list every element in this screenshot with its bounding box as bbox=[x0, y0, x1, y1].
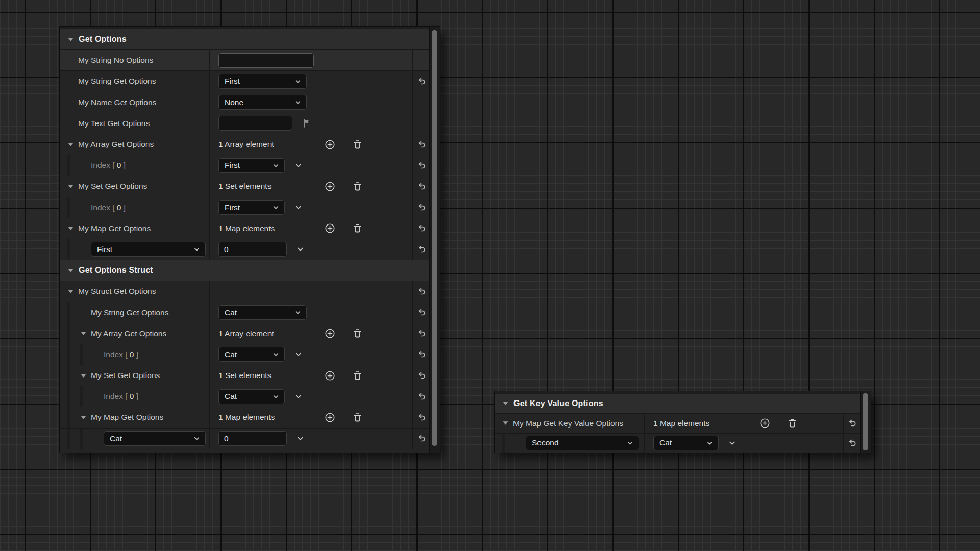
add-element-button[interactable] bbox=[324, 139, 336, 151]
reset-to-default-button[interactable] bbox=[847, 438, 857, 448]
map-key-dropdown[interactable]: Cat bbox=[104, 431, 206, 446]
add-element-button[interactable] bbox=[324, 412, 336, 423]
property-name-cell: Second bbox=[495, 434, 644, 453]
category-header[interactable]: Get Options Struct bbox=[60, 260, 429, 281]
enum-dropdown[interactable]: First bbox=[218, 200, 285, 215]
property-label: My Array Get Options bbox=[78, 140, 154, 149]
dropdown-selected-value: First bbox=[225, 77, 240, 86]
reset-cell bbox=[412, 407, 429, 428]
add-element-button[interactable] bbox=[324, 328, 336, 339]
property-value-cell: 1 Map elements bbox=[644, 414, 843, 433]
category-expander-icon[interactable] bbox=[502, 399, 509, 407]
text-input[interactable] bbox=[218, 242, 287, 257]
reset-to-default-button[interactable] bbox=[847, 418, 857, 429]
localization-flag-icon[interactable] bbox=[301, 118, 312, 129]
reset-to-default-button[interactable] bbox=[416, 433, 427, 444]
property-row: Index [ 0 ]Cat bbox=[60, 386, 429, 407]
reset-to-default-button[interactable] bbox=[416, 307, 427, 318]
details-panel-body: Get Key Value OptionsMy Map Get Key Valu… bbox=[495, 391, 860, 453]
element-options-button[interactable] bbox=[296, 244, 305, 254]
expander-icon[interactable] bbox=[67, 288, 75, 295]
text-input[interactable] bbox=[218, 116, 292, 131]
chevron-down-icon bbox=[293, 308, 302, 317]
enum-dropdown[interactable]: Cat bbox=[218, 389, 285, 404]
property-value-cell: Cat bbox=[209, 302, 412, 322]
property-label: My Map Get Key Value Options bbox=[513, 419, 623, 428]
property-row: My String Get OptionsCat bbox=[60, 302, 429, 323]
reset-to-default-button[interactable] bbox=[416, 181, 427, 192]
property-row: My String No Options bbox=[60, 50, 429, 71]
text-input[interactable] bbox=[218, 53, 314, 68]
clear-elements-button[interactable] bbox=[787, 417, 798, 429]
expander-icon[interactable] bbox=[67, 141, 75, 148]
category-title: Get Key Value Options bbox=[513, 399, 603, 408]
panel-scrollbar[interactable] bbox=[429, 27, 440, 453]
clear-elements-button[interactable] bbox=[352, 222, 363, 234]
indent-rail bbox=[67, 197, 70, 218]
category-expander-icon[interactable] bbox=[67, 36, 75, 43]
property-name-cell: My Map Get Key Value Options bbox=[495, 414, 644, 433]
element-options-button[interactable] bbox=[727, 438, 737, 448]
enum-dropdown[interactable]: First bbox=[218, 74, 307, 89]
reset-to-default-button[interactable] bbox=[416, 349, 427, 360]
clear-elements-button[interactable] bbox=[352, 328, 363, 339]
reset-to-default-button[interactable] bbox=[416, 139, 427, 150]
dropdown-selected-value: None bbox=[225, 98, 243, 107]
property-value-cell: First bbox=[209, 197, 412, 218]
enum-dropdown[interactable]: Cat bbox=[218, 347, 285, 362]
category-header[interactable]: Get Key Value Options bbox=[495, 394, 860, 414]
property-name-cell: My Map Get Options bbox=[60, 407, 209, 428]
clear-elements-button[interactable] bbox=[352, 370, 363, 382]
element-options-button[interactable] bbox=[293, 392, 303, 402]
property-label: My Array Get Options bbox=[91, 329, 166, 338]
enum-dropdown[interactable]: Cat bbox=[218, 305, 307, 320]
index-label: Index [ bbox=[91, 203, 117, 212]
element-options-button[interactable] bbox=[293, 349, 303, 359]
text-input[interactable] bbox=[218, 431, 287, 446]
category-expander-icon[interactable] bbox=[67, 267, 75, 274]
enum-dropdown[interactable]: First bbox=[218, 158, 285, 173]
expander-icon[interactable] bbox=[80, 414, 87, 421]
panel-scrollbar[interactable] bbox=[860, 391, 871, 453]
container-summary: 1 Array element bbox=[218, 140, 315, 149]
reset-to-default-button[interactable] bbox=[416, 370, 427, 381]
reset-to-default-button[interactable] bbox=[416, 391, 427, 402]
property-name-cell: Index [ 0 ] bbox=[60, 155, 209, 176]
expander-icon[interactable] bbox=[67, 224, 75, 232]
reset-to-default-button[interactable] bbox=[416, 244, 427, 255]
reset-cell bbox=[843, 434, 860, 453]
reset-to-default-button[interactable] bbox=[416, 328, 427, 339]
element-options-button[interactable] bbox=[296, 434, 305, 443]
expander-icon[interactable] bbox=[80, 330, 87, 337]
element-options-button[interactable] bbox=[293, 161, 303, 170]
property-name-cell: My Struct Get Options bbox=[60, 281, 209, 302]
reset-to-default-button[interactable] bbox=[416, 160, 427, 171]
add-element-button[interactable] bbox=[324, 181, 336, 192]
map-key-dropdown[interactable]: First bbox=[91, 242, 206, 257]
element-options-button[interactable] bbox=[293, 203, 303, 212]
scrollbar-thumb[interactable] bbox=[432, 30, 437, 446]
expander-icon[interactable] bbox=[67, 183, 75, 190]
expander-icon[interactable] bbox=[80, 372, 87, 380]
clear-elements-button[interactable] bbox=[352, 412, 363, 423]
scrollbar-thumb[interactable] bbox=[863, 393, 868, 450]
reset-to-default-button[interactable] bbox=[416, 202, 427, 213]
clear-elements-button[interactable] bbox=[352, 139, 363, 151]
property-label: My String Get Options bbox=[78, 77, 156, 86]
add-element-button[interactable] bbox=[759, 417, 771, 429]
property-row: My Set Get Options1 Set elements bbox=[60, 365, 429, 386]
expander-icon[interactable] bbox=[502, 419, 509, 427]
container-summary: 1 Map elements bbox=[653, 419, 750, 428]
add-element-button[interactable] bbox=[324, 222, 336, 234]
clear-elements-button[interactable] bbox=[352, 181, 363, 192]
reset-to-default-button[interactable] bbox=[416, 412, 427, 423]
category-header[interactable]: Get Options bbox=[60, 29, 429, 50]
add-element-button[interactable] bbox=[324, 370, 336, 382]
blueprint-graph-background[interactable]: Get OptionsMy String No OptionsMy String… bbox=[0, 0, 980, 551]
enum-dropdown[interactable]: Cat bbox=[653, 436, 719, 450]
reset-to-default-button[interactable] bbox=[416, 76, 427, 87]
map-key-dropdown[interactable]: Second bbox=[526, 436, 639, 450]
reset-to-default-button[interactable] bbox=[416, 223, 427, 234]
enum-dropdown[interactable]: None bbox=[218, 95, 307, 110]
reset-to-default-button[interactable] bbox=[416, 286, 427, 297]
